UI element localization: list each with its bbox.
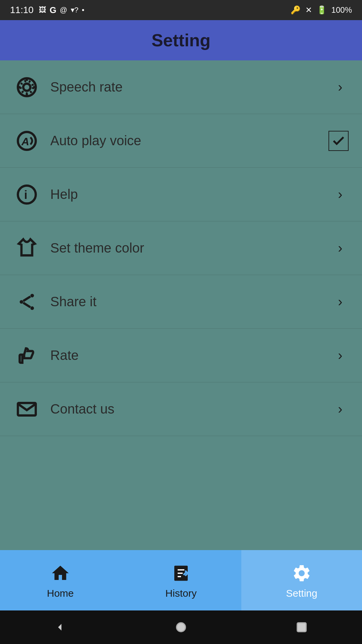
svg-point-22 <box>177 623 186 632</box>
svg-point-1 <box>23 84 30 91</box>
wifi-icon: ▾? <box>71 6 78 14</box>
svg-point-12 <box>20 300 23 304</box>
nav-item-history[interactable]: History <box>121 550 241 610</box>
chevron-right-icon: › <box>332 293 349 310</box>
menu-item-speech-rate[interactable]: Speech rate › <box>0 60 362 114</box>
menu-item-share-it[interactable]: Share it › <box>0 275 362 329</box>
auto-play-voice-label: Auto play voice <box>50 133 328 148</box>
speech-rate-icon <box>13 74 40 101</box>
svg-text:i: i <box>24 189 27 201</box>
back-button[interactable] <box>50 617 70 637</box>
nav-item-home[interactable]: Home <box>0 550 121 610</box>
help-label: Help <box>50 187 332 202</box>
header: Setting <box>0 20 362 60</box>
android-nav-bar <box>0 610 362 644</box>
share-it-label: Share it <box>50 294 332 309</box>
svg-point-11 <box>31 294 34 298</box>
battery-percent: 100% <box>331 5 352 15</box>
status-bar: 11:10 🖼 G @ ▾? • 🔑 ✕ 🔋 100% <box>0 0 362 20</box>
svg-rect-23 <box>297 623 306 632</box>
theme-icon <box>13 235 40 262</box>
auto-play-voice-checkbox[interactable] <box>328 131 349 151</box>
svg-point-13 <box>31 306 34 310</box>
photo-icon: 🖼 <box>39 6 46 14</box>
svg-line-15 <box>23 303 30 307</box>
contact-icon <box>13 396 40 423</box>
home-icon <box>49 561 72 585</box>
nav-setting-label: Setting <box>286 588 317 599</box>
dot-icon: • <box>82 6 84 14</box>
status-time: 11:10 <box>10 5 34 15</box>
recents-button[interactable] <box>292 617 312 637</box>
chevron-right-icon: › <box>332 186 349 203</box>
nav-history-label: History <box>165 588 196 599</box>
svg-text:A: A <box>21 136 29 148</box>
svg-marker-21 <box>58 624 61 631</box>
status-icons-left: 🖼 G @ ▾? • <box>39 5 84 15</box>
svg-line-14 <box>23 297 30 301</box>
help-icon: i <box>13 181 40 208</box>
menu-item-help[interactable]: i Help › <box>0 168 362 221</box>
nav-home-label: Home <box>47 588 74 599</box>
menu-item-contact-us[interactable]: Contact us › <box>0 382 362 436</box>
page-title: Setting <box>152 30 210 50</box>
status-bar-right: 🔑 ✕ 🔋 100% <box>291 5 352 15</box>
rate-label: Rate <box>50 348 332 363</box>
home-button[interactable] <box>171 617 191 637</box>
auto-play-voice-icon: A <box>13 127 40 154</box>
setting-icon <box>290 561 313 585</box>
set-theme-color-label: Set theme color <box>50 240 332 256</box>
menu-item-rate[interactable]: Rate › <box>0 329 362 382</box>
chevron-right-icon: › <box>332 240 349 257</box>
history-icon <box>169 561 193 585</box>
rate-icon <box>13 342 40 369</box>
bottom-nav: Home History Setting <box>0 550 362 610</box>
chevron-right-icon: › <box>332 347 349 364</box>
nav-item-setting[interactable]: Setting <box>241 550 362 610</box>
contact-us-label: Contact us <box>50 401 332 417</box>
main-content: Speech rate › A Auto play voice i Help › <box>0 60 362 550</box>
speech-rate-label: Speech rate <box>50 79 332 95</box>
chevron-right-icon: › <box>332 79 349 96</box>
at-icon: @ <box>60 6 67 14</box>
share-icon <box>13 288 40 315</box>
status-bar-left: 11:10 🖼 G @ ▾? • <box>10 5 84 15</box>
battery-icon: 🔋 <box>317 5 327 15</box>
menu-item-auto-play-voice[interactable]: A Auto play voice <box>0 114 362 168</box>
chevron-right-icon: › <box>332 401 349 418</box>
google-icon: G <box>50 5 56 15</box>
key-icon: 🔑 <box>291 5 301 15</box>
menu-item-set-theme-color[interactable]: Set theme color › <box>0 221 362 275</box>
wifi-off-icon: ✕ <box>305 5 312 15</box>
